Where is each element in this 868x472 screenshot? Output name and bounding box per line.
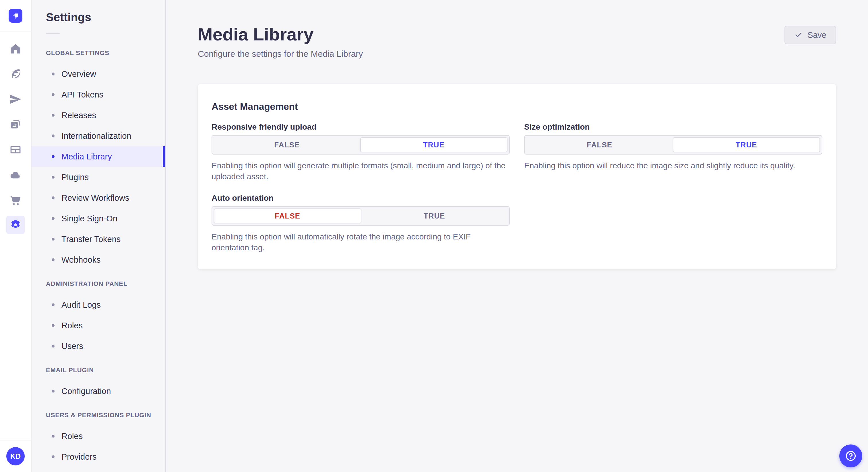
sidebar-item-label: API Tokens xyxy=(61,90,103,100)
sidebar-item-configuration[interactable]: Configuration xyxy=(32,381,165,401)
sidebar-item-audit-logs[interactable]: Audit Logs xyxy=(32,295,165,315)
rail-paper-plane-button[interactable] xyxy=(9,92,22,106)
bullet-icon xyxy=(52,155,55,158)
field-hint: Enabling this option will generate multi… xyxy=(212,160,510,182)
nav-section: USERS & PERMISSIONS PLUGINRolesProviders xyxy=(32,411,165,467)
sidebar-item-label: Plugins xyxy=(61,173,89,182)
sidebar-item-transfer-tokens[interactable]: Transfer Tokens xyxy=(32,229,165,249)
sidebar-item-webhooks[interactable]: Webhooks xyxy=(32,249,165,270)
toggle-option-true[interactable]: TRUE xyxy=(360,137,508,152)
sidebar-item-roles[interactable]: Roles xyxy=(32,426,165,446)
save-button-label: Save xyxy=(807,30,826,40)
rail-feather-button[interactable] xyxy=(9,67,22,81)
sidebar-item-label: Review Workflows xyxy=(61,193,129,203)
toggle-option-false[interactable]: FALSE xyxy=(214,137,360,152)
settings-subnav: Settings GLOBAL SETTINGSOverviewAPI Toke… xyxy=(32,0,166,472)
sidebar-item-label: Media Library xyxy=(61,152,112,162)
page-header-text: Media Library Configure the settings for… xyxy=(198,24,363,59)
paper-plane-icon xyxy=(9,93,22,105)
page-subtitle: Configure the settings for the Media Lib… xyxy=(198,49,363,59)
toggle-option-true[interactable]: TRUE xyxy=(361,208,508,224)
sidebar-item-single-sign-on[interactable]: Single Sign-On xyxy=(32,208,165,229)
main-nav-rail: KD xyxy=(0,0,32,472)
nav-section: GLOBAL SETTINGSOverviewAPI TokensRelease… xyxy=(32,49,165,270)
sidebar-item-providers[interactable]: Providers xyxy=(32,446,165,467)
avatar[interactable]: KD xyxy=(6,447,25,465)
bullet-icon xyxy=(52,324,55,327)
setting-field: Responsive friendly uploadFALSETRUEEnabl… xyxy=(212,123,510,182)
nav-section-label: GLOBAL SETTINGS xyxy=(46,49,165,57)
sidebar-item-users[interactable]: Users xyxy=(32,336,165,357)
bullet-icon xyxy=(52,196,55,199)
sidebar-item-review-workflows[interactable]: Review Workflows xyxy=(32,188,165,208)
strapi-logo-icon xyxy=(9,9,22,23)
rail-cloud-button[interactable] xyxy=(9,168,22,182)
save-button[interactable]: Save xyxy=(784,26,836,44)
sidebar-item-media-library[interactable]: Media Library xyxy=(32,146,165,167)
sidebar-item-label: Audit Logs xyxy=(61,300,101,310)
sidebar-item-label: Internationalization xyxy=(61,131,131,141)
bullet-icon xyxy=(52,345,55,347)
main-content: Media Library Configure the settings for… xyxy=(166,0,868,472)
bullet-icon xyxy=(52,114,55,117)
feather-icon xyxy=(9,68,22,80)
strapi-logo[interactable] xyxy=(9,9,22,23)
field-hint: Enabling this option will reduce the ima… xyxy=(524,160,823,171)
bullet-icon xyxy=(52,238,55,241)
sidebar-item-internationalization[interactable]: Internationalization xyxy=(32,126,165,146)
nav-section: EMAIL PLUGINConfiguration xyxy=(32,367,165,401)
sidebar-item-plugins[interactable]: Plugins xyxy=(32,167,165,188)
subnav-divider xyxy=(46,33,60,34)
sidebar-item-overview[interactable]: Overview xyxy=(32,64,165,84)
nav-section-label: EMAIL PLUGIN xyxy=(46,367,165,374)
field-label: Responsive friendly upload xyxy=(212,123,510,132)
sidebar-item-label: Single Sign-On xyxy=(61,214,117,224)
bullet-icon xyxy=(52,390,55,393)
rail-layout-button[interactable] xyxy=(9,143,22,157)
sidebar-item-label: Overview xyxy=(61,69,96,79)
help-icon xyxy=(844,450,857,462)
sidebar-item-label: Users xyxy=(61,341,83,351)
rail-cart-button[interactable] xyxy=(9,193,22,207)
boolean-toggle: FALSETRUE xyxy=(524,135,823,155)
asset-management-card: Asset Management Responsive friendly upl… xyxy=(198,84,836,269)
subnav-sections: GLOBAL SETTINGSOverviewAPI TokensRelease… xyxy=(32,49,165,467)
sidebar-item-api-tokens[interactable]: API Tokens xyxy=(32,84,165,105)
boolean-toggle: FALSETRUE xyxy=(212,206,510,226)
sidebar-item-label: Configuration xyxy=(61,386,111,396)
field-label: Auto orientation xyxy=(212,194,510,203)
help-button[interactable] xyxy=(839,444,862,467)
bullet-icon xyxy=(52,217,55,220)
toggle-option-true[interactable]: TRUE xyxy=(673,137,820,152)
page-title: Media Library xyxy=(198,24,363,44)
toggle-option-false[interactable]: FALSE xyxy=(214,208,361,224)
check-icon xyxy=(794,31,803,39)
sidebar-item-label: Providers xyxy=(61,452,97,462)
rail-media-button[interactable] xyxy=(9,117,22,131)
logo-section xyxy=(0,0,31,32)
home-icon xyxy=(9,42,22,55)
rail-bottom-section: KD xyxy=(0,440,31,472)
field-label: Size optimization xyxy=(524,123,823,132)
bullet-icon xyxy=(52,435,55,438)
rail-home-button[interactable] xyxy=(9,42,22,56)
setting-field: Auto orientationFALSETRUEEnabling this o… xyxy=(212,194,510,253)
bullet-icon xyxy=(52,258,55,261)
sidebar-item-label: Transfer Tokens xyxy=(61,235,121,244)
boolean-toggle: FALSETRUE xyxy=(212,135,510,155)
layout-icon xyxy=(9,143,22,156)
bullet-icon xyxy=(52,134,55,137)
cloud-icon xyxy=(9,169,22,181)
rail-icon-list xyxy=(0,32,31,234)
bullet-icon xyxy=(52,72,55,75)
cart-icon xyxy=(9,194,22,206)
sidebar-item-label: Releases xyxy=(61,111,96,120)
bullet-icon xyxy=(52,456,55,458)
media-icon xyxy=(9,118,22,131)
toggle-option-false[interactable]: FALSE xyxy=(526,137,673,152)
rail-gear-button[interactable] xyxy=(6,216,25,234)
nav-section-label: USERS & PERMISSIONS PLUGIN xyxy=(46,411,165,419)
sidebar-item-releases[interactable]: Releases xyxy=(32,105,165,126)
gear-icon xyxy=(9,218,22,231)
sidebar-item-roles[interactable]: Roles xyxy=(32,315,165,336)
